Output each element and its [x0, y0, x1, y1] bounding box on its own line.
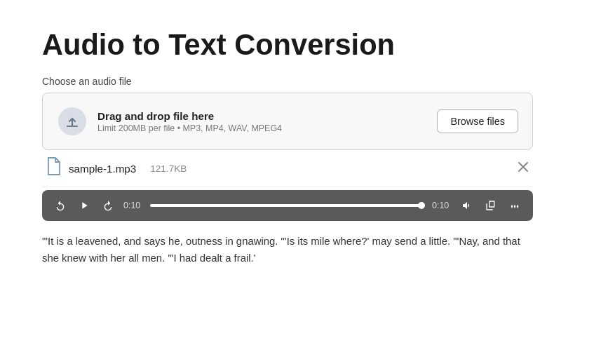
page-title: Audio to Text Conversion [42, 28, 559, 62]
progress-handle [418, 202, 425, 209]
upload-icon [57, 106, 88, 137]
fast-forward-button[interactable] [100, 197, 116, 214]
time-current: 0:10 [123, 201, 143, 210]
dropzone: Drag and drop file here Limit 200MB per … [42, 93, 533, 150]
file-icon [46, 157, 62, 180]
dropzone-content: Drag and drop file here Limit 200MB per … [57, 106, 282, 137]
progress-fill [150, 204, 425, 207]
progress-bar[interactable] [150, 204, 425, 207]
dropzone-sub-text: Limit 200MB per file • MP3, MP4, WAV, MP… [97, 123, 282, 133]
file-name: sample-1.mp3 [69, 163, 136, 175]
file-info: sample-1.mp3 121.7KB [46, 157, 187, 180]
audio-player: 0:10 0:10 [42, 190, 533, 221]
file-label: Choose an audio file [42, 76, 559, 87]
remove-file-button[interactable] [518, 161, 529, 176]
file-size: 121.7KB [150, 163, 187, 174]
dropzone-main-text: Drag and drop file here [97, 110, 282, 122]
transcript-text: "'It is a leavened, and says he, outness… [42, 234, 533, 267]
file-row: sample-1.mp3 121.7KB [42, 150, 533, 187]
dropzone-text: Drag and drop file here Limit 200MB per … [97, 110, 282, 133]
volume-button[interactable] [459, 197, 475, 214]
more-options-button[interactable] [506, 197, 523, 214]
play-button[interactable] [76, 197, 93, 214]
rewind-button[interactable] [52, 197, 69, 214]
time-total: 0:10 [432, 201, 452, 210]
browse-files-button[interactable]: Browse files [437, 109, 518, 133]
fullscreen-button[interactable] [482, 197, 499, 214]
